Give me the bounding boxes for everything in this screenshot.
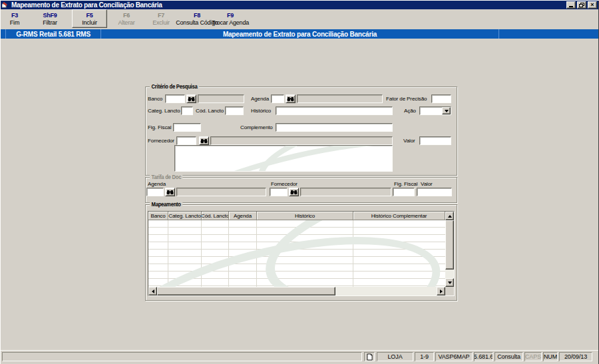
toolbar: F3 Fim ShF9 Filtrar F5 Incluir F6 Altera… xyxy=(1,9,598,29)
grid-header-cod-lancto[interactable]: Cód. Lancto xyxy=(202,212,229,220)
scroll-down-button[interactable] xyxy=(445,278,454,287)
binoculars-icon xyxy=(287,96,294,102)
statusbar-message-panel xyxy=(2,352,362,361)
function-key-label: F8 xyxy=(194,12,200,19)
window-title: Mapeamento de Extrato para Conciliação B… xyxy=(11,1,162,9)
criteria-cod-lancto-input[interactable] xyxy=(225,106,244,115)
tarifa-group-title: Tarifa de Doc xyxy=(150,174,183,180)
grid-header-historico[interactable]: Histórico xyxy=(257,212,353,220)
criteria-agenda-input[interactable] xyxy=(271,94,284,103)
function-key-label: F6 xyxy=(123,12,130,19)
criteria-fig-fiscal-input[interactable] xyxy=(173,123,201,132)
action-label: Trocar Agenda xyxy=(212,19,249,26)
criteria-acao-select[interactable] xyxy=(419,106,451,115)
criteria-results-list[interactable] xyxy=(174,145,393,172)
criteria-valor-input[interactable] xyxy=(419,136,451,145)
tarifa-valor-input[interactable] xyxy=(417,188,452,196)
statusbar-caps-indicator: CAPS xyxy=(524,352,542,361)
tarifa-fornecedor-description-field xyxy=(300,188,391,196)
function-key-label: ShF9 xyxy=(43,12,57,19)
tarifa-agenda-input[interactable] xyxy=(146,188,164,196)
document-icon xyxy=(367,353,373,361)
tarifa-agenda-label: Agenda xyxy=(148,182,166,187)
tarifa-agenda-description-field xyxy=(176,188,266,196)
vertical-scroll-thumb[interactable] xyxy=(445,220,454,270)
mapeamento-group-title: Mapeamento xyxy=(150,201,182,208)
statusbar-program-panel: VASP6MAP xyxy=(435,352,473,361)
header-divider xyxy=(499,29,499,39)
tarifa-agenda-lookup-button[interactable] xyxy=(165,188,175,196)
restore-button[interactable] xyxy=(577,1,586,9)
toolbar-button-shf9-filtrar[interactable]: ShF9 Filtrar xyxy=(31,9,69,28)
toolbar-button-f5-incluir[interactable]: F5 Incluir xyxy=(72,9,107,28)
tarifa-fornecedor-input[interactable] xyxy=(270,188,288,196)
mapeamento-grid[interactable]: Banco Categ. Lancto Cód. Lancto Agenda H… xyxy=(148,211,455,296)
watermark-swoosh xyxy=(250,145,393,172)
criteria-fornecedor-description-field xyxy=(210,136,393,145)
window-titlebar: Mapeamento de Extrato para Conciliação B… xyxy=(1,1,598,9)
toolbar-button-f7-excluir: F7 Excluir xyxy=(144,9,178,28)
statusbar-date-panel: 20/09/13 xyxy=(559,352,592,361)
statusbar-range-panel: 1-9 xyxy=(415,352,434,361)
scroll-up-button[interactable] xyxy=(445,212,454,220)
chevron-down-icon xyxy=(445,110,449,112)
action-label: Filtrar xyxy=(43,19,57,26)
grid-horizontal-scrollbar[interactable] xyxy=(148,287,445,295)
binoculars-icon xyxy=(290,190,298,195)
minimize-button[interactable] xyxy=(566,1,576,9)
toolbar-button-f3-fim[interactable]: F3 Fim xyxy=(1,9,29,28)
toolbar-button-f9-trocar-agenda[interactable]: F9 Trocar Agenda xyxy=(208,9,252,28)
criteria-fator-precisao-input[interactable] xyxy=(431,94,451,103)
grid-header-historico-complementar[interactable]: Histórico Complementar xyxy=(353,212,445,220)
arrow-up-icon xyxy=(448,215,452,218)
tarifa-fig-fiscal-input[interactable] xyxy=(393,188,415,196)
scroll-left-button[interactable] xyxy=(148,287,157,295)
criteria-banco-input[interactable] xyxy=(165,94,185,103)
grid-header-banco[interactable]: Banco xyxy=(148,212,168,220)
fig-fiscal-label: Fig. Fiscal xyxy=(148,123,171,132)
app-icon xyxy=(2,2,9,9)
restore-icon xyxy=(579,3,584,7)
grid-header-agenda[interactable]: Agenda xyxy=(229,212,257,220)
grid-vertical-scrollbar[interactable] xyxy=(445,212,454,287)
window-controls: × xyxy=(566,1,597,9)
header-app-version: G-RMS Retail 5.681 RMS xyxy=(6,29,100,39)
statusbar-mode-panel: Consulta xyxy=(495,352,523,361)
complemento-label: Complemento xyxy=(240,123,273,132)
criteria-fornecedor-input[interactable] xyxy=(176,136,196,145)
action-label: Incluir xyxy=(82,19,97,26)
criteria-fornecedor-lookup-button[interactable] xyxy=(199,136,209,145)
statusbar-num-indicator: NUM xyxy=(543,352,558,361)
horizontal-scroll-thumb[interactable] xyxy=(157,287,335,295)
app-header-bar: G-RMS Retail 5.681 RMS Mapeamento de Ext… xyxy=(1,29,598,39)
banco-label: Banco xyxy=(148,94,162,103)
scroll-right-button[interactable] xyxy=(437,287,445,295)
close-button[interactable]: × xyxy=(588,1,597,9)
criteria-acao-dropdown-button[interactable] xyxy=(442,107,451,114)
tarifa-fornecedor-lookup-button[interactable] xyxy=(289,188,299,196)
grid-rows-area[interactable] xyxy=(148,220,445,287)
statusbar-icon-panel xyxy=(364,352,375,361)
scrollbar-corner xyxy=(445,287,454,295)
historico-label: Histórico xyxy=(251,106,271,115)
statusbar: LOJA 1-9 VASP6MAP 5.681.6 Consulta CAPS … xyxy=(1,350,598,364)
application-window: Mapeamento de Extrato para Conciliação B… xyxy=(0,0,599,364)
binoculars-icon xyxy=(200,138,208,144)
grid-header-categ-lancto[interactable]: Categ. Lancto xyxy=(168,212,202,220)
minimize-icon xyxy=(569,6,573,7)
header-screen-title: Mapeamento de Extrato para Conciliação B… xyxy=(101,29,499,39)
function-key-label: F9 xyxy=(227,12,234,19)
function-key-label: F7 xyxy=(158,12,164,19)
criteria-historico-input[interactable] xyxy=(276,106,393,115)
function-key-label: F3 xyxy=(11,12,18,19)
criteria-banco-lookup-button[interactable] xyxy=(186,94,196,103)
fator-precisao-label: Fator de Precisão xyxy=(386,94,427,103)
criteria-agenda-description-field xyxy=(297,94,383,103)
criteria-agenda-lookup-button[interactable] xyxy=(286,94,296,103)
criteria-complemento-input[interactable] xyxy=(276,123,393,132)
statusbar-loja-panel: LOJA xyxy=(377,352,413,361)
agenda-label: Agenda xyxy=(251,94,269,103)
criteria-categ-lancto-input[interactable] xyxy=(181,106,193,115)
arrow-down-icon xyxy=(448,281,452,284)
criteria-banco-description-field xyxy=(198,94,244,103)
